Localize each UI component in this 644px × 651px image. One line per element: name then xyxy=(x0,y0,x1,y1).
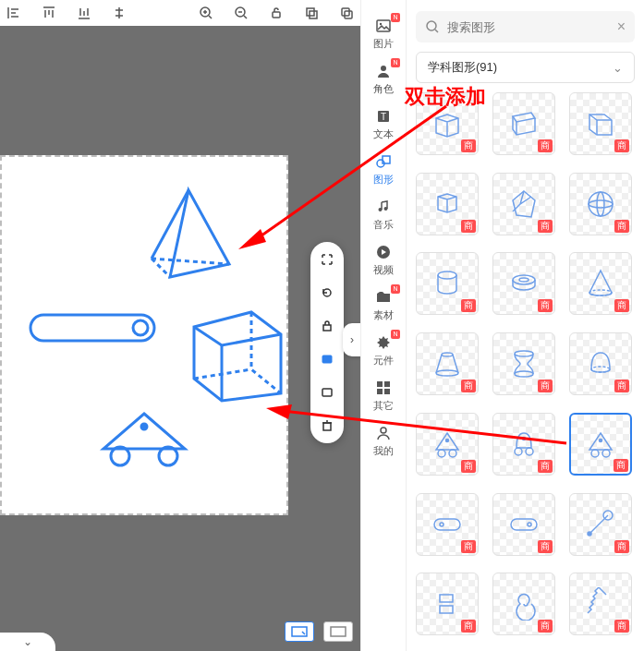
zoom-out-icon[interactable] xyxy=(233,5,249,21)
canvas-shape-prism[interactable] xyxy=(187,305,288,406)
asset-icon xyxy=(374,288,393,307)
shape-tile-cube1[interactable]: 商 xyxy=(416,92,479,155)
shape-tile-spiral[interactable]: 商 xyxy=(492,573,555,635)
shape-tile-rhomb[interactable]: 商 xyxy=(492,173,555,235)
shape-tile-cone[interactable]: 商 xyxy=(569,252,632,315)
rotate-icon[interactable] xyxy=(319,284,335,301)
copy-icon[interactable] xyxy=(303,5,320,21)
category-rail: N图片N角色T文本图形音乐视频N素材N元件其它我的 xyxy=(360,0,407,651)
zoom-in-icon[interactable] xyxy=(198,5,214,21)
shape-tile-ring[interactable]: 商 xyxy=(492,252,555,315)
page-next[interactable] xyxy=(323,621,353,642)
shape-tile-lever[interactable]: 商 xyxy=(569,493,632,556)
shape-tile-hourglass[interactable]: 商 xyxy=(492,332,555,395)
svg-rect-13 xyxy=(322,356,332,363)
shape-tile-cube-diag[interactable]: 商 xyxy=(492,92,555,155)
rail-item-video[interactable]: 视频 xyxy=(361,243,406,277)
align-left-icon[interactable] xyxy=(6,5,22,21)
shape-tile-spring[interactable]: 商 xyxy=(569,573,632,635)
shape-tile-stack[interactable]: 商 xyxy=(416,573,479,635)
stroke-icon[interactable] xyxy=(319,384,335,401)
role-icon xyxy=(374,62,393,80)
rail-label: 音乐 xyxy=(373,218,394,232)
commercial-tag: 商 xyxy=(614,380,629,392)
rail-label: 其它 xyxy=(373,399,394,413)
lock-icon[interactable] xyxy=(319,318,335,334)
shape-tile-cylinder[interactable]: 商 xyxy=(416,252,479,315)
svg-rect-15 xyxy=(323,423,331,430)
commercial-tag: 商 xyxy=(614,299,629,312)
fullscreen-icon[interactable] xyxy=(319,251,335,268)
align-top-icon[interactable] xyxy=(41,5,57,21)
category-dropdown[interactable]: 学科图形(91) ⌄ xyxy=(416,52,635,83)
rail-item-asset[interactable]: N素材 xyxy=(361,288,406,322)
bottom-drawer-toggle[interactable]: ⌄ xyxy=(0,633,55,651)
commercial-tag: 商 xyxy=(614,540,629,553)
svg-point-46 xyxy=(438,450,445,457)
svg-point-35 xyxy=(589,200,613,208)
canvas-shape-cart[interactable] xyxy=(98,408,190,467)
delete-icon[interactable] xyxy=(319,417,335,434)
shape-icon xyxy=(374,152,393,171)
rail-label: 视频 xyxy=(373,263,394,277)
search-box[interactable]: × xyxy=(416,11,635,42)
shape-tile-bell[interactable]: 商 xyxy=(569,332,632,395)
rail-item-shape[interactable]: 图形 xyxy=(361,152,406,187)
svg-point-38 xyxy=(513,275,535,284)
svg-point-44 xyxy=(515,371,533,377)
shape-tile-cart-tri[interactable]: 商 xyxy=(416,413,479,476)
svg-rect-14 xyxy=(322,389,332,396)
rail-label: 我的 xyxy=(373,444,394,458)
unlock-icon[interactable] xyxy=(268,5,285,21)
svg-point-41 xyxy=(442,353,453,356)
new-badge: N xyxy=(391,330,400,339)
rail-label: 图片 xyxy=(373,37,394,51)
svg-rect-6 xyxy=(345,11,352,18)
shape-tile-cube-open[interactable]: 商 xyxy=(569,92,632,155)
svg-rect-5 xyxy=(342,8,349,16)
align-v-icon[interactable] xyxy=(111,5,128,21)
shape-tile-sphere[interactable]: 商 xyxy=(569,173,632,235)
rail-item-mine[interactable]: 我的 xyxy=(361,424,406,458)
new-badge: N xyxy=(391,284,400,294)
svg-text:T: T xyxy=(381,112,386,122)
svg-point-8 xyxy=(133,320,148,335)
rail-item-image[interactable]: N图片 xyxy=(361,17,406,51)
page-current[interactable] xyxy=(285,621,314,642)
canvas[interactable] xyxy=(0,155,288,515)
fill-icon[interactable] xyxy=(319,351,335,368)
align-bottom-icon[interactable] xyxy=(76,5,92,21)
svg-point-32 xyxy=(381,428,386,433)
shape-tile-cart-bell[interactable]: 商 xyxy=(492,413,555,476)
shape-tile-cube-small[interactable]: 商 xyxy=(416,173,479,235)
search-icon xyxy=(425,19,440,34)
rail-label: 元件 xyxy=(373,354,394,368)
other-icon xyxy=(374,379,393,397)
svg-point-56 xyxy=(440,523,444,526)
rail-item-text[interactable]: T文本 xyxy=(361,107,406,141)
rail-item-music[interactable]: 音乐 xyxy=(361,198,406,232)
canvas-shape-rod[interactable] xyxy=(28,312,157,344)
rail-item-widget[interactable]: N元件 xyxy=(361,333,406,368)
shape-grid: 商商商商商商商商商商商商商商商商商商商商商 xyxy=(416,92,635,651)
chevron-down-icon: ⌄ xyxy=(613,61,623,75)
commercial-tag: 商 xyxy=(614,139,629,152)
commercial-tag: 商 xyxy=(461,620,476,633)
commercial-tag: 商 xyxy=(538,460,553,473)
panel-expand-icon[interactable]: › xyxy=(343,323,360,356)
shape-tile-pill2[interactable]: 商 xyxy=(492,493,555,556)
svg-point-60 xyxy=(588,532,591,536)
rail-item-role[interactable]: N角色 xyxy=(361,62,406,96)
rail-item-other[interactable]: 其它 xyxy=(361,379,406,413)
commercial-tag: 商 xyxy=(614,220,629,233)
clear-icon[interactable]: × xyxy=(617,18,626,35)
shape-tile-cart-tri2[interactable]: 商 xyxy=(569,413,632,476)
search-input[interactable] xyxy=(447,20,610,34)
svg-point-20 xyxy=(381,66,386,71)
commercial-tag: 商 xyxy=(538,139,553,152)
canvas-shape-pyramid[interactable] xyxy=(142,185,235,286)
commercial-tag: 商 xyxy=(461,460,476,473)
shape-tile-frustum[interactable]: 商 xyxy=(416,332,479,395)
paste-icon[interactable] xyxy=(338,5,355,21)
shape-tile-pill[interactable]: 商 xyxy=(416,493,479,556)
